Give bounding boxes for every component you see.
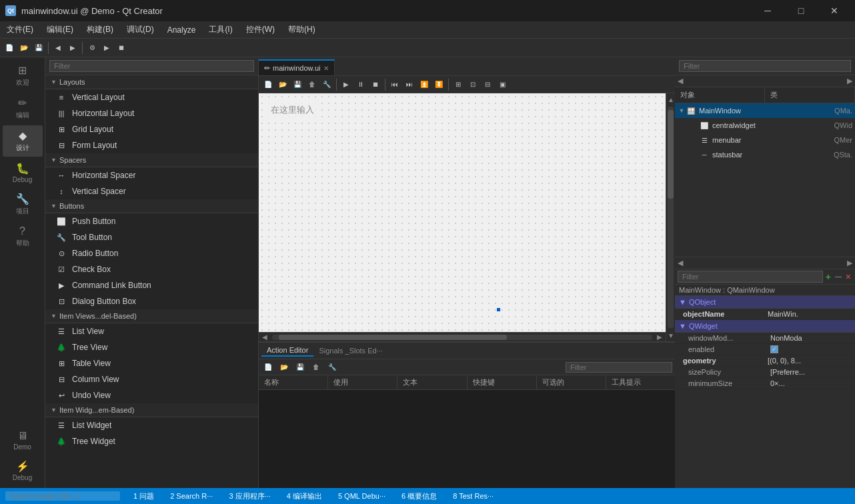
action-new[interactable]: 📄 [261,361,275,374]
sidebar-tab-demo[interactable]: 🖥 Demo [3,426,43,455]
menu-debug[interactable]: 调试(D) [120,21,161,38]
widget-radio-button[interactable]: ⊙ Radio Button [45,245,258,261]
tree-item-menubar[interactable]: ☰ menubar QMer [675,133,855,147]
widget-dialog-button-box[interactable]: ⊡ Dialog Button Box [45,293,258,309]
sidebar-tab-debug2[interactable]: ⚡ Debug [3,456,43,485]
props-cat-qwidget[interactable]: ▼ QWidget [675,320,855,333]
canvas-tool-save[interactable]: 💾 [291,78,304,91]
canvas-tool-open[interactable]: 📂 [276,78,289,91]
status-item-search[interactable]: 2 Search R··· [167,492,215,500]
canvas-vscroll[interactable]: ▲ ▼ [666,93,675,341]
canvas-tool-down[interactable]: ⏬ [432,78,446,91]
status-item-qml[interactable]: 5 QML Debu··· [335,492,388,500]
category-item-widgets[interactable]: ▼ Item Widg...em-Based) [45,403,258,417]
canvas-tool-form[interactable]: ⊟ [481,78,494,91]
canvas-tab-close[interactable]: ✕ [323,65,329,72]
status-item-overview[interactable]: 6 概要信息 [399,491,440,501]
props-filter-input[interactable] [678,271,823,283]
widget-list-widget[interactable]: ☰ List Widget [45,417,258,433]
action-save[interactable]: 💾 [293,361,307,374]
status-item-problems[interactable]: 1 问题 [131,491,157,501]
props-row-objectname[interactable]: objectName MainWin. [675,309,855,320]
hscroll-right[interactable]: ▶ [654,333,666,342]
canvas-tool-new[interactable]: 📄 [261,78,275,91]
toolbar-run[interactable]: ▶ [100,41,113,55]
sidebar-tab-welcome[interactable]: ⊞ 欢迎 [3,60,43,91]
widget-tool-button[interactable]: 🔧 Tool Button [45,229,258,245]
tree-item-statusbar[interactable]: ─ statusbar QSta. [675,147,855,162]
status-search-input[interactable] [9,492,116,500]
props-row-geometry[interactable]: geometry [(0, 0), 8... [675,355,855,367]
status-item-app[interactable]: 3 应用程序··· [226,491,273,501]
widget-vertical-layout[interactable]: ≡ Vertical Layout [45,89,258,105]
props-add-btn[interactable]: + [824,271,832,282]
props-clear-btn[interactable]: × [844,271,852,282]
widget-horizontal-layout[interactable]: ||| Horizontal Layout [45,105,258,121]
toolbar-stop[interactable]: ⏹ [115,41,128,55]
props-row-minimumsize[interactable]: minimumSize 0×... [675,378,855,389]
props-row-enabled[interactable]: enabled ✓ [675,344,855,355]
canvas-grid[interactable]: 在这里输入 [259,93,666,332]
widget-table-view[interactable]: ⊞ Table View [45,355,258,371]
minimize-button[interactable]: ─ [752,0,783,21]
category-spacers[interactable]: ▼ Spacers [45,153,258,167]
hscroll-track[interactable] [272,335,652,340]
widget-push-button[interactable]: ⬜ Push Button [45,213,258,229]
action-settings[interactable]: 🔧 [325,361,339,374]
canvas-tool-next[interactable]: ⏭ [403,78,416,91]
action-delete[interactable]: 🗑 [309,361,323,374]
menu-build[interactable]: 构建(B) [80,21,120,38]
canvas-tab-mainwindow[interactable]: ✏ mainwindow.ui ✕ [259,59,335,75]
category-layouts[interactable]: ▼ Layouts [45,75,258,89]
sidebar-tab-edit[interactable]: ✏ 编辑 [3,93,43,124]
widget-undo-view[interactable]: ↩ Undo View [45,387,258,403]
widget-list-view[interactable]: ☰ List View [45,323,258,339]
vscroll-down[interactable]: ▼ [666,329,675,341]
hscroll-thumb[interactable] [279,335,507,340]
canvas-tool-delete[interactable]: 🗑 [305,78,319,91]
status-item-compile[interactable]: 4 编译输出 [284,491,325,501]
maximize-button[interactable]: □ [786,0,816,21]
widget-tree-widget[interactable]: 🌲 Tree Widget [45,433,258,449]
props-row-windowmod[interactable]: windowMod... NonModa [675,333,855,344]
action-open[interactable]: 📂 [277,361,291,374]
canvas-tool-panel[interactable]: ⊡ [466,78,480,91]
object-tree-filter-input[interactable] [679,60,851,72]
menu-help[interactable]: 帮助(H) [281,21,322,38]
category-buttons[interactable]: ▼ Buttons [45,199,258,213]
props-scroll-right[interactable]: ▶ [847,259,852,267]
tree-item-centralwidget[interactable]: ⬜ centralwidget QWid [675,118,855,133]
props-remove-btn[interactable]: ─ [834,271,843,282]
hscroll-left[interactable]: ◀ [259,333,271,342]
canvas-tool-pause[interactable]: ⏸ [354,78,367,91]
menu-file[interactable]: 文件(E) [0,21,40,38]
sidebar-tab-design[interactable]: ◆ 设计 [3,125,43,157]
close-button[interactable]: ✕ [819,0,850,21]
status-item-test[interactable]: 8 Test Res··· [450,492,496,500]
menu-analyze[interactable]: Analyze [161,21,203,38]
canvas-tool-settings[interactable]: 🔧 [320,78,333,91]
widget-grid-layout[interactable]: ⊞ Grid Layout [45,121,258,137]
sidebar-tab-help[interactable]: ? 帮助 [3,221,43,252]
widget-column-view[interactable]: ⊟ Column View [45,371,258,387]
canvas-tool-grid[interactable]: ⊞ [452,78,465,91]
menu-tools[interactable]: 工具(I) [202,21,239,38]
toolbar-open[interactable]: 📂 [17,41,31,55]
widget-filter-input[interactable] [49,60,254,72]
toolbar-back[interactable]: ◀ [51,41,65,55]
enabled-checkbox[interactable]: ✓ [770,345,778,353]
tab-signals-slots[interactable]: Signals _Slots Ed··· [313,345,387,356]
toolbar-new[interactable]: 📄 [3,41,16,55]
sidebar-tab-debug[interactable]: 🐛 Debug [3,158,43,187]
canvas-tool-stop[interactable]: ⏹ [369,78,382,91]
widget-command-link-button[interactable]: ▶ Command Link Button [45,277,258,293]
scroll-left-btn[interactable]: ◀ [678,77,683,85]
widget-horizontal-spacer[interactable]: ↔ Horizontal Spacer [45,167,258,183]
tab-action-editor[interactable]: Action Editor [261,345,313,357]
menu-edit[interactable]: 编辑(E) [40,21,80,38]
vscroll-up[interactable]: ▲ [666,93,675,105]
props-row-sizepolicy[interactable]: sizePolicy [Preferre... [675,367,855,378]
canvas-tool-play[interactable]: ▶ [339,78,353,91]
props-scroll-left[interactable]: ◀ [678,259,683,267]
vscroll-track[interactable] [668,107,674,328]
